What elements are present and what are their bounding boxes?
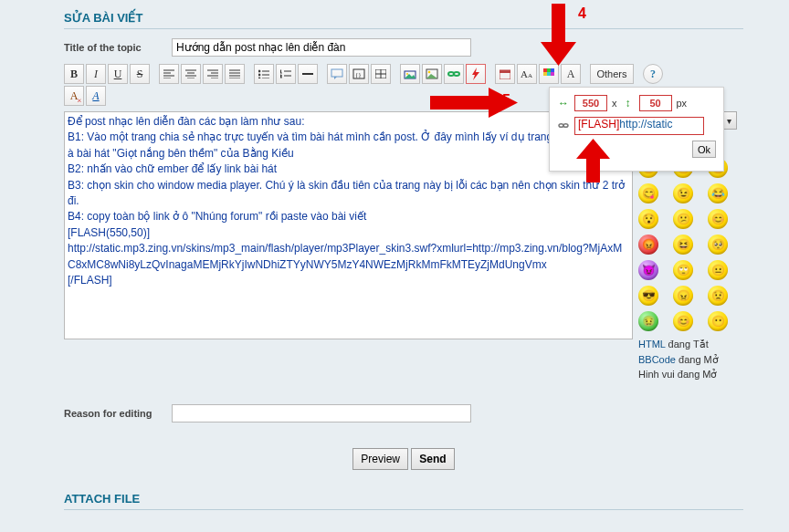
svg-text:2: 2 bbox=[280, 74, 282, 78]
others-dropdown[interactable]: Others bbox=[590, 64, 634, 84]
svg-rect-48 bbox=[551, 72, 554, 76]
emoji-option[interactable]: 😯 bbox=[638, 209, 658, 229]
svg-rect-43 bbox=[543, 68, 547, 72]
preview-button[interactable]: Preview bbox=[352, 448, 408, 470]
svg-point-36 bbox=[428, 71, 431, 74]
label-topic-title: Title of the topic bbox=[64, 42, 172, 53]
emoji-option[interactable]: 😠 bbox=[673, 286, 693, 306]
svg-rect-27 bbox=[331, 69, 342, 77]
emoji-option[interactable]: 😡 bbox=[638, 235, 658, 255]
emoji-option[interactable]: 😟 bbox=[708, 286, 728, 306]
link-button[interactable] bbox=[444, 64, 464, 84]
svg-point-34 bbox=[406, 73, 408, 75]
host-image-button[interactable] bbox=[400, 64, 420, 84]
svg-rect-46 bbox=[543, 72, 547, 76]
section-edit-post-title: SỬA BÀI VIẾT bbox=[64, 7, 743, 29]
svg-point-50 bbox=[563, 124, 568, 128]
emoji-option[interactable]: 😋 bbox=[638, 183, 658, 203]
width-arrows-icon: ↔ bbox=[557, 97, 570, 110]
font-size-button[interactable]: AA bbox=[517, 64, 537, 84]
svg-point-18 bbox=[258, 74, 260, 76]
svg-rect-47 bbox=[547, 72, 551, 76]
emoji-picker: 😀🙂😄😋😉😂😯😕😊😡😆🥺😈🙄😐😎😠😟🤢😊😶 bbox=[638, 158, 737, 331]
flash-button[interactable] bbox=[466, 64, 486, 84]
editor-line: B3: chọn skin cho window media player. C… bbox=[68, 178, 629, 210]
link-icon bbox=[557, 120, 570, 132]
svg-rect-44 bbox=[547, 68, 551, 72]
align-center-button[interactable] bbox=[181, 64, 201, 84]
emoji-option[interactable]: 😆 bbox=[673, 235, 693, 255]
flash-px-label: px bbox=[677, 98, 688, 109]
bold-button[interactable]: B bbox=[64, 64, 84, 84]
flash-insert-popup: ↔ x ↕ px [FLASH]http://static Ok bbox=[549, 87, 724, 172]
italic-button[interactable]: I bbox=[86, 64, 106, 84]
align-left-button[interactable] bbox=[159, 64, 179, 84]
annotation-number-4: 4 bbox=[578, 5, 586, 22]
svg-text:{}: {} bbox=[355, 71, 362, 78]
emoji-option[interactable]: 🥺 bbox=[708, 235, 728, 255]
align-justify-button[interactable] bbox=[225, 64, 245, 84]
svg-point-20 bbox=[258, 78, 260, 78]
emoji-option[interactable]: 😕 bbox=[673, 209, 693, 229]
smilies-status: Hinh vui đang Mở bbox=[638, 367, 737, 382]
editor-line: http://static.mp3.zing.vn/skins/mp3_main… bbox=[68, 241, 629, 273]
text-style-button[interactable]: A bbox=[86, 86, 106, 106]
svg-point-38 bbox=[454, 72, 459, 76]
underline-button[interactable]: U bbox=[108, 64, 128, 84]
list-ol-button[interactable]: 12 bbox=[276, 64, 296, 84]
editor-line: [FLASH(550,50)] bbox=[68, 225, 629, 241]
code-button[interactable]: {} bbox=[349, 64, 369, 84]
annotation-number-5: 5 bbox=[502, 92, 510, 109]
topic-title-input[interactable] bbox=[172, 38, 471, 57]
font-family-button[interactable]: A bbox=[561, 64, 581, 84]
image-button[interactable] bbox=[422, 64, 442, 84]
svg-rect-45 bbox=[551, 68, 554, 72]
emoji-option[interactable]: 😂 bbox=[708, 183, 728, 203]
bbcode-status-link[interactable]: BBCode bbox=[638, 354, 676, 365]
emoji-option[interactable]: 😈 bbox=[638, 260, 658, 280]
svg-rect-40 bbox=[500, 70, 510, 73]
hr-button[interactable] bbox=[298, 64, 318, 84]
emoji-option[interactable]: 😐 bbox=[708, 260, 728, 280]
editor-line: Để post nhạc lên diễn đàn các bạn làm nh… bbox=[68, 114, 629, 130]
remove-format-button[interactable]: A× bbox=[64, 86, 84, 106]
emoji-option[interactable]: 😶 bbox=[708, 311, 728, 331]
reason-input[interactable] bbox=[172, 404, 471, 422]
flash-ok-button[interactable]: Ok bbox=[692, 141, 716, 158]
flash-width-input[interactable] bbox=[574, 95, 607, 111]
section-attach-file-title: ATTACH FILE bbox=[64, 488, 743, 510]
flash-height-input[interactable] bbox=[639, 95, 672, 111]
emoji-option[interactable]: 😎 bbox=[638, 286, 658, 306]
calendar-button[interactable] bbox=[495, 64, 515, 84]
label-reason-editing: Reason for editing bbox=[64, 408, 172, 419]
editor-line: B4: copy toàn bộ link ở ô "Nhúng forum" … bbox=[68, 209, 629, 224]
editor-status-links: HTML đang Tắt BBCode đang Mở Hinh vui đa… bbox=[638, 337, 737, 382]
editor-line: B2: nhấn vào chữ ember để lấy link bài h… bbox=[68, 162, 629, 177]
svg-text:A: A bbox=[528, 72, 532, 79]
svg-text:A: A bbox=[521, 68, 528, 79]
editor-line: B1: Vào một trang chia sẻ nhạc trực tuyế… bbox=[68, 130, 629, 162]
strike-button[interactable]: S bbox=[130, 64, 150, 84]
quote-button[interactable] bbox=[327, 64, 347, 84]
align-right-button[interactable] bbox=[203, 64, 223, 84]
emoji-option[interactable]: 😉 bbox=[673, 183, 693, 203]
height-arrows-icon: ↕ bbox=[622, 97, 635, 110]
message-editor[interactable]: Để post nhạc lên diễn đàn các bạn làm nh… bbox=[64, 111, 633, 339]
emoji-option[interactable]: 🙄 bbox=[673, 260, 693, 280]
svg-point-16 bbox=[258, 70, 260, 72]
editor-horizontal-scrollbar[interactable] bbox=[65, 324, 632, 339]
font-color-button[interactable] bbox=[539, 64, 559, 84]
editor-toolbar-1: B I U S 12 {} AA A Others ? bbox=[64, 64, 743, 84]
table-button[interactable] bbox=[371, 64, 391, 84]
list-ul-button[interactable] bbox=[254, 64, 274, 84]
emoji-option[interactable]: 😊 bbox=[708, 209, 728, 229]
emoji-option[interactable]: 🤢 bbox=[638, 311, 658, 331]
help-button[interactable]: ? bbox=[643, 64, 663, 84]
send-button[interactable]: Send bbox=[411, 448, 454, 470]
editor-line: [/FLASH] bbox=[68, 273, 629, 288]
html-status-link[interactable]: HTML bbox=[638, 339, 666, 349]
emoji-option[interactable]: 😊 bbox=[673, 311, 693, 331]
flash-x-label: x bbox=[612, 98, 617, 109]
flash-url-input[interactable]: [FLASH]http://static bbox=[574, 117, 704, 135]
